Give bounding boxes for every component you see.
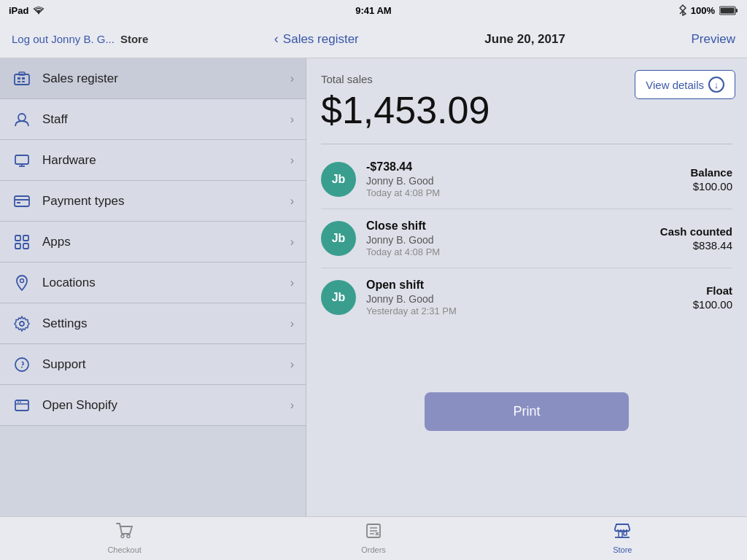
svg-rect-20 bbox=[15, 244, 20, 249]
status-left: iPad bbox=[9, 5, 44, 16]
orders-icon bbox=[365, 523, 382, 543]
view-details-button[interactable]: View details ↓ bbox=[635, 70, 735, 99]
apps-label: Apps bbox=[42, 235, 290, 249]
status-time: 9:41 AM bbox=[355, 5, 391, 16]
content-area: Total sales $1,453.09 View details ↓ Jb … bbox=[306, 58, 747, 516]
transaction-right-label: Balance bbox=[690, 166, 732, 179]
transaction-right-value: $100.00 bbox=[693, 298, 732, 311]
svg-rect-6 bbox=[18, 77, 20, 79]
transaction-name: Jonny B. Good bbox=[366, 293, 693, 305]
hardware-icon bbox=[12, 150, 32, 171]
sidebar-item-locations[interactable]: Locations › bbox=[0, 262, 306, 303]
chevron-right-icon: › bbox=[290, 399, 294, 412]
tab-store[interactable]: Store bbox=[498, 517, 747, 560]
transaction-title: Open shift bbox=[366, 279, 693, 292]
open-shopify-icon bbox=[12, 395, 32, 416]
support-label: Support bbox=[42, 357, 290, 372]
transaction-item: Jb -$738.44 Jonny B. Good Today at 4:08 … bbox=[321, 150, 732, 209]
svg-rect-17 bbox=[17, 202, 20, 203]
transaction-right: Balance $100.00 bbox=[690, 166, 732, 192]
checkout-icon bbox=[116, 523, 133, 543]
chevron-right-icon: › bbox=[290, 113, 294, 126]
svg-rect-37 bbox=[624, 532, 627, 535]
bluetooth-icon bbox=[679, 4, 686, 16]
wifi-icon bbox=[33, 6, 44, 15]
svg-rect-3 bbox=[736, 9, 738, 12]
chevron-right-icon: › bbox=[290, 154, 294, 167]
tab-orders[interactable]: Orders bbox=[249, 517, 498, 560]
transaction-time: Today at 4:08 PM bbox=[366, 187, 690, 198]
svg-point-30 bbox=[121, 535, 124, 538]
sidebar-item-settings[interactable]: Settings › bbox=[0, 303, 306, 344]
svg-rect-26 bbox=[15, 400, 28, 411]
sidebar-item-staff[interactable]: Staff › bbox=[0, 99, 306, 140]
sidebar-item-hardware[interactable]: Hardware › bbox=[0, 140, 306, 181]
svg-rect-7 bbox=[22, 77, 25, 79]
logout-button[interactable]: Log out Jonny B. G... bbox=[12, 33, 115, 45]
transaction-details: Close shift Jonny B. Good Today at 4:08 … bbox=[366, 219, 660, 257]
svg-rect-18 bbox=[15, 236, 20, 241]
svg-point-29 bbox=[20, 401, 21, 402]
separator bbox=[321, 144, 732, 144]
chevron-right-icon: › bbox=[290, 236, 294, 249]
view-details-label: View details bbox=[646, 79, 704, 91]
sidebar: Sales register › Staff › Hardware › Paym… bbox=[0, 58, 306, 516]
svg-point-22 bbox=[20, 279, 24, 282]
transaction-item: Jb Close shift Jonny B. Good Today at 4:… bbox=[321, 209, 732, 268]
avatar: Jb bbox=[321, 221, 356, 256]
sidebar-item-sales-register[interactable]: Sales register › bbox=[0, 58, 306, 99]
svg-rect-4 bbox=[721, 7, 735, 13]
transaction-name: Jonny B. Good bbox=[366, 175, 690, 187]
orders-label: Orders bbox=[361, 545, 386, 554]
tab-checkout[interactable]: Checkout bbox=[0, 517, 249, 560]
svg-rect-12 bbox=[15, 155, 28, 164]
hardware-label: Hardware bbox=[42, 153, 290, 168]
download-circle-icon: ↓ bbox=[708, 77, 724, 93]
svg-rect-8 bbox=[18, 81, 20, 82]
avatar: Jb bbox=[321, 162, 356, 197]
staff-label: Staff bbox=[42, 112, 290, 127]
transaction-title: Close shift bbox=[366, 219, 660, 233]
transaction-right-value: $100.00 bbox=[690, 180, 732, 192]
svg-rect-5 bbox=[15, 74, 29, 85]
sidebar-item-support[interactable]: Support › bbox=[0, 344, 306, 385]
chevron-right-icon: › bbox=[290, 317, 294, 330]
transaction-title: -$738.44 bbox=[366, 160, 690, 174]
support-icon bbox=[12, 354, 32, 375]
sidebar-item-open-shopify[interactable]: Open Shopify › bbox=[0, 385, 306, 426]
transaction-right-label: Float bbox=[693, 284, 732, 297]
ipad-label: iPad bbox=[9, 5, 28, 16]
transaction-right: Float $100.00 bbox=[693, 284, 732, 311]
transaction-details: Open shift Jonny B. Good Yesterday at 2:… bbox=[366, 279, 693, 316]
transaction-name: Jonny B. Good bbox=[366, 234, 660, 246]
transactions-list: Jb -$738.44 Jonny B. Good Today at 4:08 … bbox=[321, 150, 732, 327]
status-bar: iPad 9:41 AM 100% bbox=[0, 0, 747, 20]
print-button[interactable]: Print bbox=[425, 392, 629, 431]
svg-rect-15 bbox=[15, 196, 29, 206]
battery-icon bbox=[719, 6, 738, 15]
sidebar-item-payment-types[interactable]: Payment types › bbox=[0, 181, 306, 222]
tab-bar: Checkout Orders Store bbox=[0, 516, 747, 560]
chevron-right-icon: › bbox=[290, 195, 294, 208]
svg-rect-9 bbox=[22, 81, 25, 82]
back-icon[interactable]: ‹ bbox=[274, 31, 279, 47]
svg-rect-10 bbox=[19, 72, 25, 75]
locations-icon bbox=[12, 273, 32, 293]
preview-button[interactable]: Preview bbox=[692, 32, 735, 47]
transaction-time: Today at 4:08 PM bbox=[366, 246, 660, 257]
svg-point-23 bbox=[20, 322, 24, 326]
sales-register-label: Sales register bbox=[42, 71, 290, 86]
staff-icon bbox=[12, 109, 32, 130]
nav-title[interactable]: Sales register bbox=[283, 32, 359, 47]
svg-rect-36 bbox=[619, 532, 622, 537]
checkout-label: Checkout bbox=[107, 545, 141, 554]
chevron-right-icon: › bbox=[290, 72, 294, 85]
transaction-time: Yesterday at 2:31 PM bbox=[366, 306, 693, 316]
store-label: Store bbox=[613, 545, 632, 554]
battery-label: 100% bbox=[691, 5, 715, 16]
avatar: Jb bbox=[321, 280, 356, 315]
header: Log out Jonny B. G... Store ‹ Sales regi… bbox=[0, 20, 747, 58]
transaction-item: Jb Open shift Jonny B. Good Yesterday at… bbox=[321, 268, 732, 327]
sidebar-item-apps[interactable]: Apps › bbox=[0, 222, 306, 262]
settings-icon bbox=[12, 314, 32, 334]
